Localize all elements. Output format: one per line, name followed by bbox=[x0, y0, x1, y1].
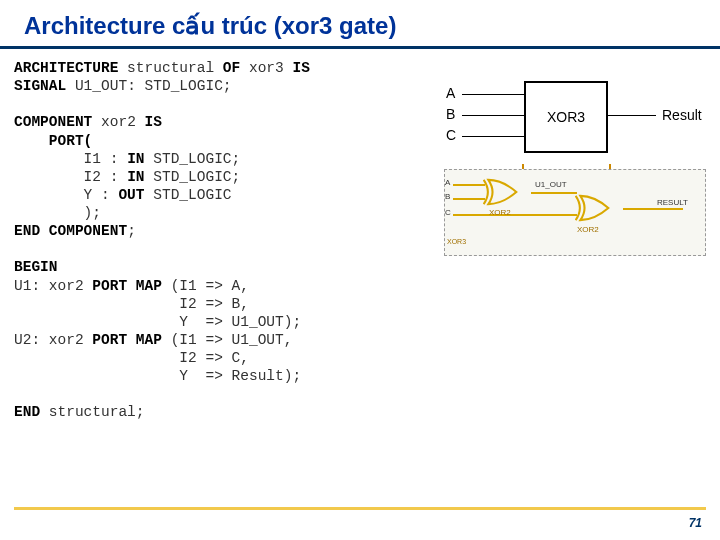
kw-port: PORT( bbox=[14, 133, 92, 149]
code-text: STD_LOGIC; bbox=[145, 151, 241, 167]
code-text: xor3 bbox=[240, 60, 292, 76]
diagram-panel: A B C XOR3 Result A B C bbox=[414, 59, 720, 422]
code-text: Y => Result); bbox=[14, 368, 301, 384]
sublabel-xor2-2: XOR2 bbox=[577, 225, 599, 234]
label-input-b: B bbox=[446, 106, 455, 122]
code-text: I2 => B, bbox=[14, 296, 249, 312]
code-text: Y => U1_OUT); bbox=[14, 314, 301, 330]
xor3-gate-box: XOR3 bbox=[524, 81, 608, 153]
code-text: ); bbox=[14, 205, 101, 221]
wire-c bbox=[462, 136, 524, 137]
kw-portmap: PORT MAP bbox=[92, 332, 162, 348]
kw-is: IS bbox=[292, 60, 309, 76]
wire-result bbox=[606, 115, 656, 116]
kw-architecture: ARCHITECTURE bbox=[14, 60, 118, 76]
label-input-a: A bbox=[446, 85, 455, 101]
code-text: structural; bbox=[40, 404, 144, 420]
code-text: U1_OUT: STD_LOGIC; bbox=[66, 78, 231, 94]
kw-in: IN bbox=[127, 151, 144, 167]
kw-component: COMPONENT bbox=[14, 114, 92, 130]
kw-out: OUT bbox=[118, 187, 144, 203]
code-text: Y : bbox=[14, 187, 118, 203]
sublabel-xor2-1: XOR2 bbox=[489, 208, 511, 217]
wire-b bbox=[462, 115, 524, 116]
sublabel-a: A bbox=[445, 178, 450, 187]
label-result: Result bbox=[662, 107, 702, 123]
code-text: (I1 => U1_OUT, bbox=[162, 332, 293, 348]
xor-gate-2-icon bbox=[575, 194, 623, 222]
vhdl-code: ARCHITECTURE structural OF xor3 IS SIGNA… bbox=[0, 59, 414, 422]
sublabel-b: B bbox=[445, 192, 450, 201]
subwire-out bbox=[623, 208, 683, 210]
xor-gate-1-icon bbox=[483, 178, 531, 206]
diagram-internal: A B C U1_OUT RESULT XOR2 XOR2 XOR3 bbox=[444, 169, 706, 256]
sublabel-result: RESULT bbox=[657, 198, 688, 207]
subwire-c bbox=[453, 214, 577, 216]
kw-end: END bbox=[14, 404, 40, 420]
subwire-b bbox=[453, 198, 485, 200]
sublabel-u1out: U1_OUT bbox=[535, 180, 567, 189]
code-text: STD_LOGIC bbox=[145, 187, 232, 203]
kw-in: IN bbox=[127, 169, 144, 185]
code-text: I1 : bbox=[14, 151, 127, 167]
code-text: U1: xor2 bbox=[14, 278, 92, 294]
code-text: U2: xor2 bbox=[14, 332, 92, 348]
kw-is: IS bbox=[145, 114, 162, 130]
code-text: structural bbox=[118, 60, 222, 76]
code-text: (I1 => A, bbox=[162, 278, 249, 294]
slide-title: Architecture cấu trúc (xor3 gate) bbox=[0, 0, 720, 49]
subwire-mid bbox=[531, 192, 577, 194]
page-number: 71 bbox=[689, 516, 702, 530]
label-input-c: C bbox=[446, 127, 456, 143]
kw-end-component: END COMPONENT bbox=[14, 223, 127, 239]
subwire-a bbox=[453, 184, 485, 186]
code-text: ; bbox=[127, 223, 136, 239]
kw-of: OF bbox=[223, 60, 240, 76]
kw-begin: BEGIN bbox=[14, 259, 58, 275]
wire-a bbox=[462, 94, 524, 95]
kw-signal: SIGNAL bbox=[14, 78, 66, 94]
footer-divider bbox=[14, 507, 706, 510]
sublabel-c: C bbox=[445, 208, 451, 217]
code-text: STD_LOGIC; bbox=[145, 169, 241, 185]
kw-portmap: PORT MAP bbox=[92, 278, 162, 294]
content-area: ARCHITECTURE structural OF xor3 IS SIGNA… bbox=[0, 59, 720, 422]
code-text: I2 : bbox=[14, 169, 127, 185]
code-text: xor2 bbox=[92, 114, 144, 130]
sublabel-xor3: XOR3 bbox=[447, 238, 466, 245]
code-text: I2 => C, bbox=[14, 350, 249, 366]
